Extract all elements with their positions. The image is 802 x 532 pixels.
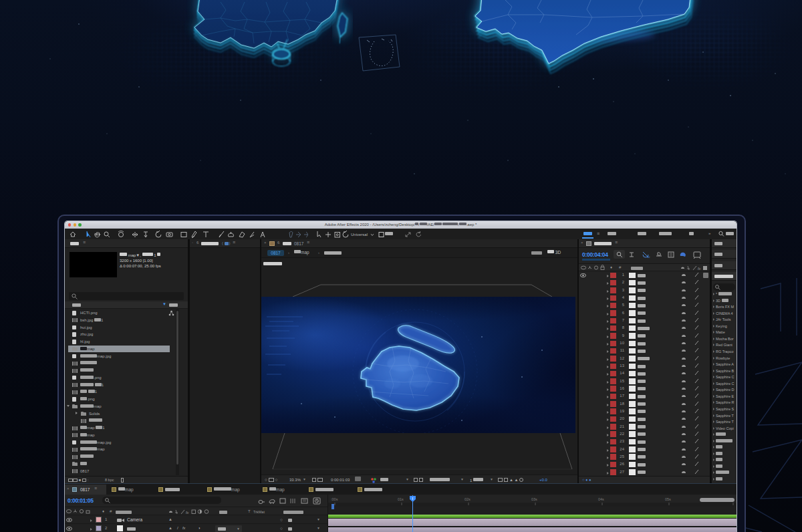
svg-text:fx: fx: [186, 511, 189, 515]
svg-text:Universal: Universal: [351, 233, 368, 237]
